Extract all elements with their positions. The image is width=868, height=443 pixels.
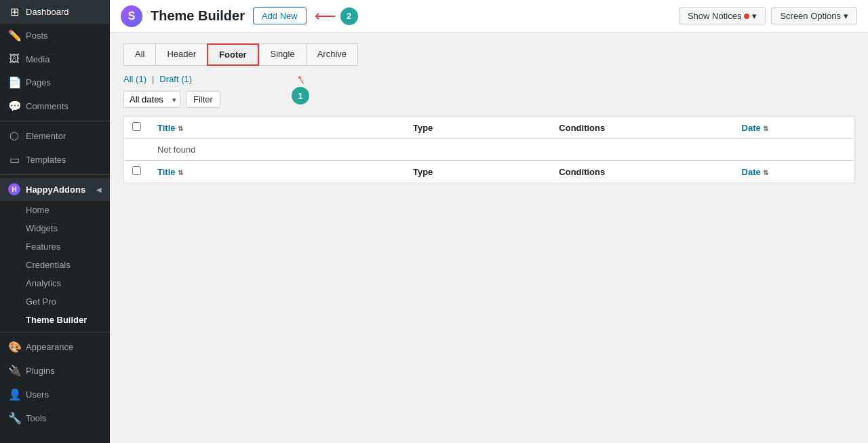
tab-footer[interactable]: Footer: [207, 43, 258, 66]
sidebar-item-tools[interactable]: 🔧 Tools: [0, 406, 110, 430]
sidebar-item-plugins[interactable]: 🔌 Plugins: [0, 359, 110, 383]
screen-options-button[interactable]: Screen Options ▾: [771, 7, 857, 24]
footer-date-sort-icon: ⇅: [763, 169, 768, 176]
tab-archive[interactable]: Archive: [306, 43, 358, 66]
sidebar-item-media[interactable]: 🖼 Media: [0, 47, 110, 71]
sidebar-item-posts[interactable]: ✏️ Posts: [0, 24, 110, 47]
sidebar-item-users[interactable]: 👤 Users: [0, 383, 110, 406]
add-new-button[interactable]: Add New: [253, 7, 307, 24]
sidebar-item-templates[interactable]: ▭ Templates: [0, 148, 110, 172]
subitem-get-pro[interactable]: Get Pro: [0, 292, 110, 311]
happyaddons-label: HappyAddons: [26, 185, 85, 195]
footer-conditions-col: Conditions: [551, 161, 733, 183]
header-checkbox-col: [124, 117, 150, 139]
sidebar-divider3: [0, 332, 110, 332]
tab-section: All Header Footer Single Archive ↑ 1: [123, 43, 854, 66]
annotation-badge-2: 2: [340, 7, 358, 25]
sidebar-item-label: Elementor: [26, 131, 66, 141]
page-title: Theme Builder: [151, 8, 245, 24]
table-row-not-found: Not found: [124, 139, 854, 161]
header-date-col: Date ⇅: [734, 117, 854, 139]
media-icon: 🖼: [8, 53, 20, 65]
logo-initial: S: [128, 10, 136, 22]
sidebar-item-elementor[interactable]: ⬡ Elementor: [0, 124, 110, 148]
footer-title-sort-icon: ⇅: [178, 169, 183, 176]
sidebar-item-comments[interactable]: 💬 Comments: [0, 94, 110, 118]
subitem-theme-builder[interactable]: Theme Builder: [0, 311, 110, 329]
annotation-2: ⟵ 2: [315, 7, 358, 25]
footer-checkbox-col: [124, 161, 150, 183]
header-conditions-col: Conditions: [551, 117, 733, 139]
header-title-col: Title ⇅: [149, 117, 405, 139]
sidebar: ⊞ Dashboard ✏️ Posts 🖼 Media 📄 Pages 💬 C…: [0, 0, 110, 443]
title-sort-link[interactable]: Title ⇅: [157, 123, 183, 133]
sidebar-item-label: Pages: [26, 77, 51, 88]
sidebar-item-pages[interactable]: 📄 Pages: [0, 71, 110, 94]
tab-all[interactable]: All: [123, 43, 155, 66]
sidebar-item-happyaddons[interactable]: H HappyAddons ◀: [0, 178, 110, 201]
select-all-footer-checkbox[interactable]: [132, 166, 141, 175]
users-icon: 👤: [8, 388, 20, 401]
sidebar-item-label: Tools: [26, 413, 46, 423]
arrow-right-icon: ⟵: [315, 7, 336, 25]
tab-single[interactable]: Single: [259, 43, 306, 66]
collapse-icon: ◀: [96, 186, 102, 193]
select-all-checkbox[interactable]: [132, 122, 141, 131]
sidebar-divider2: [0, 174, 110, 175]
happyaddons-subnav: Home Widgets Features Credentials Analyt…: [0, 201, 110, 329]
table-header-row: Title ⇅ Type Conditions Date ⇅: [124, 117, 854, 139]
filter-draft-link[interactable]: Draft (1): [159, 74, 192, 84]
screen-options-dropdown-icon: ▾: [844, 11, 848, 21]
pages-icon: 📄: [8, 76, 20, 89]
date-sort-link[interactable]: Date ⇅: [742, 123, 769, 133]
sidebar-item-label: Comments: [26, 101, 68, 111]
filter-separator: |: [152, 74, 154, 84]
notices-dot: [744, 14, 749, 19]
subitem-features[interactable]: Features: [0, 237, 110, 256]
sidebar-item-label: Plugins: [26, 366, 55, 376]
filter-button[interactable]: Filter: [186, 91, 220, 108]
header-type-col: Type: [405, 117, 551, 139]
tab-header[interactable]: Header: [155, 43, 207, 66]
happyaddons-icon: H: [8, 183, 20, 195]
show-notices-button[interactable]: Show Notices ▾: [679, 7, 766, 24]
subitem-credentials[interactable]: Credentials: [0, 256, 110, 274]
comments-icon: 💬: [8, 100, 20, 113]
filter-bar: All (1) | Draft (1): [123, 74, 854, 84]
footer-type-col: Type: [405, 161, 551, 183]
posts-icon: ✏️: [8, 29, 20, 42]
topbar-right-actions: Show Notices ▾ Screen Options ▾: [679, 7, 857, 24]
footer-date-col: Date ⇅: [734, 161, 854, 183]
footer-title-sort-link[interactable]: Title ⇅: [157, 167, 183, 177]
subitem-home[interactable]: Home: [0, 201, 110, 219]
templates-icon: ▭: [8, 153, 20, 166]
app-logo: S: [121, 5, 142, 27]
filter-controls: All dates Filter: [123, 91, 854, 108]
sidebar-item-dashboard[interactable]: ⊞ Dashboard: [0, 0, 110, 24]
date-sort-icon: ⇅: [763, 125, 768, 132]
tab-bar: All Header Footer Single Archive: [123, 43, 854, 66]
tools-icon: 🔧: [8, 412, 20, 425]
not-found-text-cell: Not found: [149, 139, 854, 161]
sidebar-item-label: Dashboard: [26, 7, 69, 17]
table-footer-row: Title ⇅ Type Conditions Date ⇅: [124, 161, 854, 183]
show-notices-label: Show Notices: [688, 11, 741, 21]
notices-dropdown-icon: ▾: [752, 11, 757, 21]
footer-title-col: Title ⇅: [149, 161, 405, 183]
sidebar-item-label: Posts: [26, 31, 48, 41]
sidebar-item-label: Appearance: [26, 342, 73, 352]
date-select-wrapper: All dates: [123, 91, 180, 108]
sidebar-item-label: Templates: [26, 155, 66, 165]
date-select[interactable]: All dates: [123, 91, 180, 108]
sidebar-item-appearance[interactable]: 🎨 Appearance: [0, 335, 110, 359]
footer-date-sort-link[interactable]: Date ⇅: [742, 167, 769, 177]
appearance-icon: 🎨: [8, 341, 20, 353]
screen-options-label: Screen Options: [780, 11, 841, 21]
subitem-analytics[interactable]: Analytics: [0, 274, 110, 292]
filter-all-link[interactable]: All (1): [123, 74, 146, 84]
not-found-checkbox-cell: [124, 139, 150, 161]
subitem-widgets[interactable]: Widgets: [0, 219, 110, 237]
title-sort-icon: ⇅: [178, 125, 183, 132]
dashboard-icon: ⊞: [8, 5, 20, 18]
content-area: All Header Footer Single Archive ↑ 1: [110, 33, 868, 443]
